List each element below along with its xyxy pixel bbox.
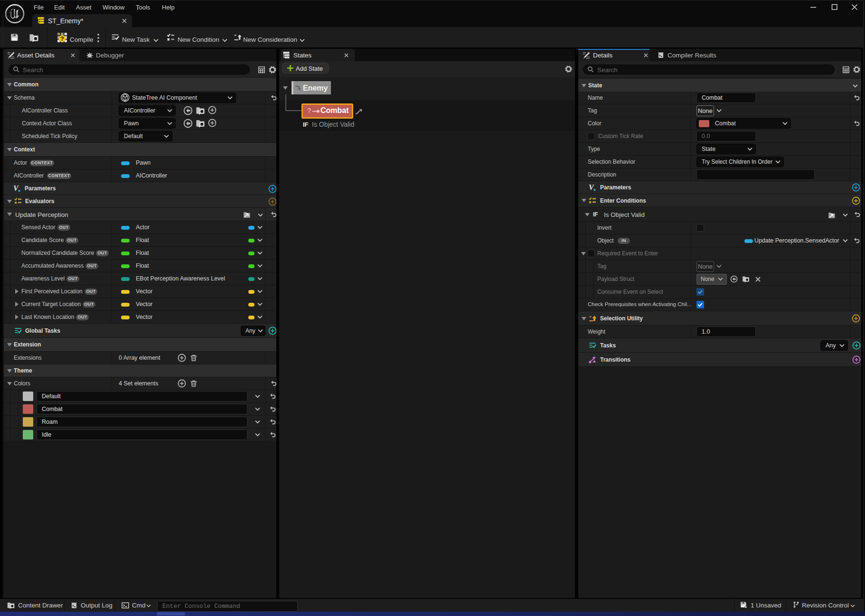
svg-text:?: ? [60,35,64,42]
